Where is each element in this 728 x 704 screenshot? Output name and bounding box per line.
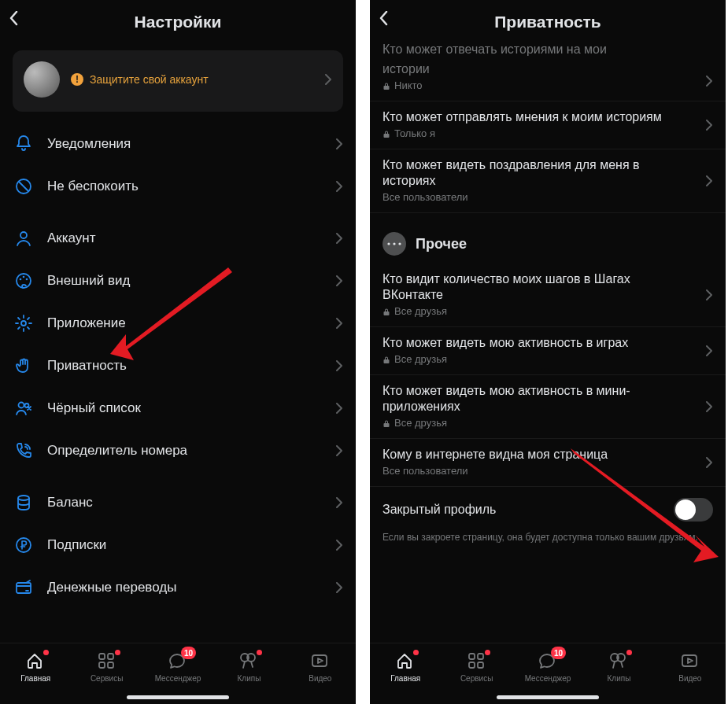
- privacy-row[interactable]: Кто может видеть мою активность в играх …: [370, 327, 726, 375]
- privacy-row[interactable]: истории Никто: [370, 61, 726, 101]
- gear-icon: [13, 312, 35, 334]
- privacy-row-title: Кто видит количество моих шагов в Шагах …: [382, 271, 713, 303]
- chevron-right-icon: [335, 360, 343, 371]
- settings-row-label: Уведомления: [47, 136, 131, 152]
- video-icon: [310, 651, 331, 672]
- privacy-row-title: истории: [382, 61, 713, 77]
- privacy-row[interactable]: Кто может видеть мою активность в мини-п…: [370, 375, 726, 439]
- lock-icon: [382, 355, 390, 364]
- settings-row-не беспокоить[interactable]: Не беспокоить: [0, 165, 356, 208]
- chevron-right-icon: [335, 403, 343, 414]
- privacy-row-title: Кто может видеть мою активность в играх: [382, 335, 713, 351]
- person-icon: [13, 227, 35, 249]
- settings-row-денежные переводы[interactable]: Денежные переводы: [0, 566, 356, 609]
- privacy-row-title: Кому в интернете видна моя страница: [382, 447, 713, 463]
- back-button[interactable]: [9, 11, 20, 27]
- page-title: Приватность: [494, 13, 601, 31]
- tab-label: Главная: [20, 674, 50, 683]
- chevron-right-icon: [335, 138, 343, 149]
- chevron-right-icon: [335, 582, 343, 593]
- privacy-row-sub: Все друзья: [394, 417, 447, 429]
- hand-icon: [13, 355, 35, 377]
- settings-row-уведомления[interactable]: Уведомления: [0, 123, 356, 165]
- privacy-row[interactable]: Кто может видеть поздравления для меня в…: [370, 149, 726, 213]
- tab-label: Клипы: [237, 674, 261, 683]
- chevron-right-icon: [335, 275, 343, 286]
- tab-label: Мессенджер: [525, 674, 571, 683]
- chevron-right-icon: [335, 540, 343, 551]
- settings-row-определитель номера[interactable]: Определитель номера: [0, 429, 356, 472]
- settings-row-label: Не беспокоить: [47, 179, 139, 194]
- badge: 10: [551, 647, 566, 659]
- back-button[interactable]: [379, 11, 390, 27]
- privacy-row-title: Кто может отправлять мнения к моим истор…: [382, 109, 713, 125]
- warning-icon: !: [71, 73, 83, 86]
- profile-warning: Защитите свой аккаунт: [90, 73, 209, 86]
- card-icon: [13, 577, 35, 599]
- notification-dot: [43, 650, 49, 655]
- settings-screen: Настройки ! Защитите свой аккаунт Уведом…: [0, 0, 356, 704]
- tab-главная[interactable]: Главная: [0, 643, 71, 704]
- settings-row-label: Денежные переводы: [47, 580, 176, 595]
- privacy-row-title: Кто может видеть поздравления для меня в…: [382, 157, 713, 189]
- settings-row-баланс[interactable]: Баланс: [0, 481, 356, 524]
- settings-row-label: Баланс: [47, 495, 93, 510]
- settings-row-label: Приложение: [47, 315, 126, 331]
- privacy-header: Приватность: [370, 0, 726, 44]
- privacy-row-sub: Все пользователи: [382, 465, 468, 477]
- profile-card[interactable]: ! Защитите свой аккаунт: [13, 50, 343, 112]
- notification-dot: [413, 650, 419, 655]
- tab-label: Сервисы: [460, 674, 493, 683]
- messenger-icon: 10: [538, 651, 558, 672]
- tab-label: Мессенджер: [155, 674, 201, 683]
- tab-главная[interactable]: Главная: [370, 643, 441, 704]
- privacy-row-sub: Никто: [394, 79, 423, 91]
- chevron-right-icon: [335, 497, 343, 508]
- palette-icon: [13, 270, 35, 292]
- privacy-row[interactable]: Кто видит количество моих шагов в Шагах …: [370, 264, 726, 327]
- nodisturb-icon: [13, 175, 35, 197]
- chevron-right-icon: [335, 233, 343, 244]
- home-indicator[interactable]: [497, 695, 599, 699]
- badge: 10: [181, 647, 196, 659]
- chevron-right-icon: [705, 120, 713, 131]
- database-icon: [13, 492, 35, 514]
- tab-видео[interactable]: Видео: [285, 643, 356, 704]
- toggle-label: Закрытый профиль: [382, 503, 496, 517]
- settings-row-label: Приватность: [47, 358, 127, 374]
- privacy-row-sub: Только я: [394, 127, 435, 139]
- settings-row-чёрный список[interactable]: Чёрный список: [0, 387, 356, 429]
- settings-header: Настройки: [0, 0, 356, 44]
- services-icon: [97, 651, 117, 672]
- tab-видео[interactable]: Видео: [655, 643, 726, 704]
- tab-label: Видео: [309, 674, 331, 683]
- privacy-row-title: Кто может видеть мою активность в мини-п…: [382, 383, 713, 415]
- caller-id-icon: [13, 440, 35, 462]
- settings-row-аккаунт[interactable]: Аккаунт: [0, 217, 356, 260]
- lock-icon: [382, 129, 390, 138]
- privacy-row[interactable]: Кто может отправлять мнения к моим истор…: [370, 101, 726, 149]
- ruble-icon: [13, 534, 35, 556]
- privacy-row-sub: Все друзья: [394, 305, 447, 317]
- privacy-row-cutoff-line1: Кто может отвечать историями на мои: [370, 44, 726, 61]
- chevron-right-icon: [335, 181, 343, 192]
- home-icon: [395, 651, 416, 672]
- private-profile-toggle[interactable]: [674, 498, 713, 522]
- chevron-right-icon: [335, 318, 343, 329]
- chevron-right-icon: [705, 457, 713, 468]
- settings-row-приложение[interactable]: Приложение: [0, 302, 356, 345]
- group-remove-icon: [13, 397, 35, 419]
- avatar: [24, 61, 60, 98]
- home-indicator[interactable]: [127, 695, 229, 699]
- settings-row-подписки[interactable]: Подписки: [0, 524, 356, 566]
- settings-row-внешний вид[interactable]: Внешний вид: [0, 260, 356, 302]
- notification-dot: [257, 650, 262, 655]
- settings-row-приватность[interactable]: Приватность: [0, 345, 356, 387]
- privacy-row[interactable]: Кому в интернете видна моя страница Все …: [370, 439, 726, 487]
- chevron-right-icon: [324, 74, 332, 85]
- lock-icon: [382, 418, 390, 428]
- settings-row-label: Аккаунт: [47, 230, 96, 246]
- chevron-right-icon: [705, 289, 713, 300]
- chevron-right-icon: [705, 401, 713, 412]
- settings-row-label: Определитель номера: [47, 443, 187, 459]
